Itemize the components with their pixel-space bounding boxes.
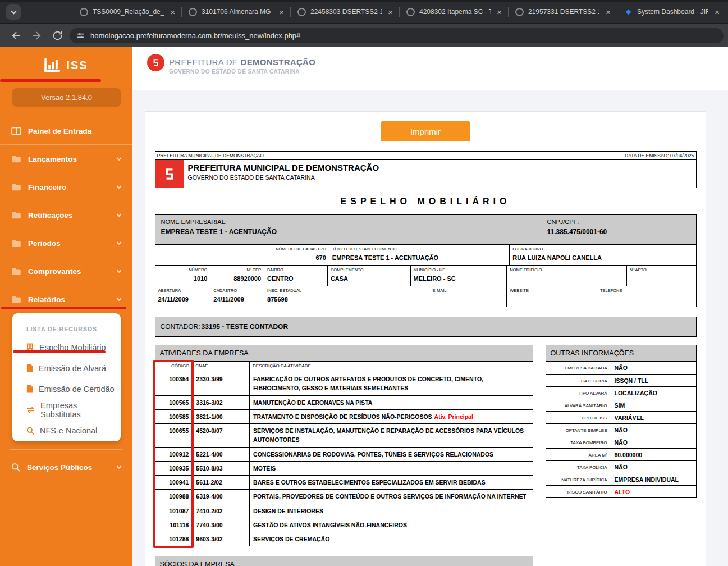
sidebar-nav: Painel de Entrada Lançamentos Financeiro… — [0, 117, 132, 313]
sidebar-item-lancamentos[interactable]: Lançamentos — [0, 145, 132, 173]
report-state-line: GOVERNO DO ESTADO DE SANTA CATARINA — [188, 174, 379, 181]
divider — [10, 481, 122, 481]
ativ-principal-badge: Ativ. Principal — [434, 413, 473, 420]
submenu-item-emissao-de-certidao[interactable]: Emissão de Certidão — [12, 378, 121, 399]
tab-4[interactable]: 4208302 Itapema SC - TS × — [400, 0, 508, 24]
field-complemento: COMPLEMENTOCASA — [327, 266, 410, 286]
partners-section: SÓCIOS DA EMPRESA 5081 EMPRESA TESTE 1 -… — [155, 556, 533, 566]
company-name-block: NOME EMPRESARIAL: EMPRESA TESTE 1 - ACEN… — [161, 218, 547, 241]
jira-icon — [624, 8, 633, 16]
chevron-down-icon — [117, 296, 121, 300]
folder-icon — [11, 239, 21, 247]
forward-icon[interactable] — [31, 30, 43, 42]
activity-row: 100655 4520-0/07 SERVIÇOS DE INSTALAÇÃO,… — [155, 423, 533, 447]
submenu-item-emissao-de-alvara[interactable]: Emissão de Alvará — [12, 358, 121, 378]
activity-row: 100941 5611-2/02 BARES E OUTROS ESTABELE… — [155, 475, 533, 489]
company-cnpj-block: CNPJ/CPF: 11.385.475/0001-60 — [547, 218, 690, 241]
other-info-row: TAXA POLÍCIA NÃO — [546, 460, 696, 473]
report-meta-row: PREFEITURA MUNICIPAL DE DEMONSTRAÇÃO - D… — [155, 151, 697, 160]
submenu-item-label: NFS-e Nacional — [40, 426, 97, 435]
submenu-item-label: Empresas Substitutas — [40, 401, 115, 419]
company-row-1: NÚMERO DE CADASTRO670 TÍTULO DO ESTABELE… — [155, 245, 697, 266]
sidebar-item-relatorios[interactable]: Relatórios — [0, 285, 132, 313]
tab-5[interactable]: 21957331 DSERTSS2-1674 × — [509, 0, 617, 24]
chevron-down-icon — [117, 464, 121, 468]
app-logo[interactable]: ISS — [0, 53, 132, 77]
tab-1[interactable]: TSS0009_Relação_de_Mun × — [73, 0, 181, 24]
field-cadastro: CADASTRO24/11/2009 — [210, 286, 264, 307]
close-icon[interactable]: × — [386, 7, 395, 17]
field-apto: Nº APTO. — [626, 266, 696, 286]
url-bar[interactable]: homologacao.prefeituramoderna.com.br/meu… — [70, 28, 724, 43]
other-info-row: TIPO DE ISS VARIÁVEL — [546, 411, 696, 423]
close-icon[interactable]: × — [277, 7, 286, 17]
chevron-down-icon — [117, 212, 121, 216]
other-info-section: OUTRAS INFORMAÇÕES EMPRESA BAIXADA NÃO C… — [546, 345, 697, 498]
chevron-down-icon — [117, 184, 121, 188]
other-info-row: TAXA BOMBEIRO NÃO — [546, 436, 696, 448]
activity-row: 100912 5221-4/00 CONCESSIONÁRIAS DE RODO… — [155, 447, 533, 461]
sidebar-item-comprovantes[interactable]: Comprovantes — [0, 257, 132, 285]
other-info-section-title: OUTRAS INFORMAÇÕES — [546, 345, 697, 362]
site-settings-icon[interactable] — [76, 31, 85, 40]
print-button[interactable]: Imprimir — [381, 121, 470, 142]
chevron-down-icon — [117, 156, 121, 160]
app-header-title: PREFEITURA DE DEMONSTRAÇÃO — [169, 57, 315, 67]
activity-row: 101288 9603-3/02 SERVIÇOS DE CREMAÇÃO — [155, 532, 533, 546]
field-website: WEBSITE — [506, 286, 597, 307]
close-icon[interactable]: × — [168, 7, 177, 17]
activity-row: 101118 7740-3/00 GESTÃO DE ATIVOS INTANG… — [155, 518, 533, 532]
activities-table: CÓDIGO CNAE DESCRIÇÃO DA ATIVIDADE 10035… — [155, 362, 533, 546]
back-icon[interactable] — [10, 30, 22, 42]
version-badge: Versão 2.1.84.0 — [12, 88, 121, 107]
submenu-item-nfse-nacional[interactable]: NFS-e Nacional — [12, 420, 121, 441]
activity-row: 100935 5510-8/03 MOTÉIS — [155, 461, 533, 475]
site-favicon-icon — [297, 8, 306, 16]
field-nome-edificio: NOME EDIFÍCIO — [506, 266, 626, 286]
submenu-item-empresas-substitutas[interactable]: Empresas Substitutas — [12, 399, 121, 420]
tab-3[interactable]: 22458303 DSERTSS2-1698 × — [291, 0, 399, 24]
activity-row: 100988 6319-4/00 PORTAIS, PROVEDORES DE … — [155, 489, 533, 503]
company-row-3: ABERTURA24/11/2009 CADASTRO24/11/2009 IN… — [155, 286, 697, 307]
app-header: PREFEITURA DE DEMONSTRAÇÃO GOVERNO DO ES… — [132, 47, 728, 90]
sidebar-item-financeiro[interactable]: Financeiro — [0, 173, 132, 201]
sidebar-item-servicos-publicos[interactable]: Serviços Públicos — [0, 455, 132, 480]
report-title: ESPELHO MOBILIÁRIO — [155, 197, 697, 207]
building-icon — [26, 343, 34, 352]
chevron-down-icon — [11, 8, 16, 14]
browser-toolbar: homologacao.prefeituramoderna.com.br/meu… — [0, 24, 728, 47]
other-info-row: EMPRESA BAIXADA NÃO — [546, 362, 696, 374]
contador-band: CONTADOR:33195 - TESTE CONTADOR — [155, 317, 697, 337]
report-emission-date: DATA DE EMISSÃO: 07/04/2025 — [625, 153, 694, 158]
site-favicon-icon — [515, 8, 524, 16]
activity-row: 100354 2330-3/99 FABRICAÇÃO DE OUTROS AR… — [155, 372, 533, 395]
tab-search-button[interactable] — [6, 4, 21, 20]
other-info-row: NATUREZA JURÍDICA EMPRESA INDIVIDUAL — [546, 473, 696, 485]
close-icon[interactable]: × — [495, 7, 503, 17]
sidebar-item-retificacoes[interactable]: Retificações — [0, 201, 132, 229]
municipal-logo-icon — [155, 160, 184, 188]
tab-6-jira[interactable]: System Dashboard - JIRA × — [617, 0, 726, 24]
reload-icon[interactable] — [52, 30, 63, 42]
file-icon — [26, 364, 33, 372]
submenu-item-espelho-mobiliario[interactable]: Espelho Mobiliário — [12, 337, 121, 358]
close-icon[interactable]: × — [713, 7, 721, 17]
submenu-item-label: Emissão de Alvará — [39, 364, 106, 373]
sidebar-item-periodos[interactable]: Periodos — [0, 229, 132, 257]
search-icon — [26, 427, 34, 435]
field-email: E-MAIL — [429, 286, 506, 307]
company-row-2: NÚMERO1010 Nº CEP88920000 BAIRROCENTRO C… — [155, 266, 697, 286]
annotation-underline-iss — [0, 79, 101, 82]
close-icon[interactable]: × — [604, 7, 612, 17]
company-header-band: NOME EMPRESARIAL: EMPRESA TESTE 1 - ACEN… — [155, 214, 697, 245]
tab-2[interactable]: 3101706 Almenara MG - T × — [182, 0, 290, 24]
field-telefone: TELEFONE — [597, 286, 696, 307]
app-header-subtitle: GOVERNO DO ESTADO DE SANTA CATARINA — [169, 69, 300, 75]
site-favicon-icon — [406, 8, 415, 16]
sidebar-item-painel-de-entrada[interactable]: Painel de Entrada — [0, 117, 132, 145]
folder-icon — [11, 211, 21, 219]
columns-icon — [11, 127, 21, 135]
activity-row: 100565 3316-3/02 MANUTENÇÃO DE AERONAVES… — [155, 395, 533, 409]
espelho-mobiliario-report: PREFEITURA MUNICIPAL DE DEMONSTRAÇÃO - D… — [155, 151, 697, 566]
report-municipality-name: PREFEITURA MUNICIPAL DE DEMONSTRAÇÃO — [188, 163, 379, 172]
